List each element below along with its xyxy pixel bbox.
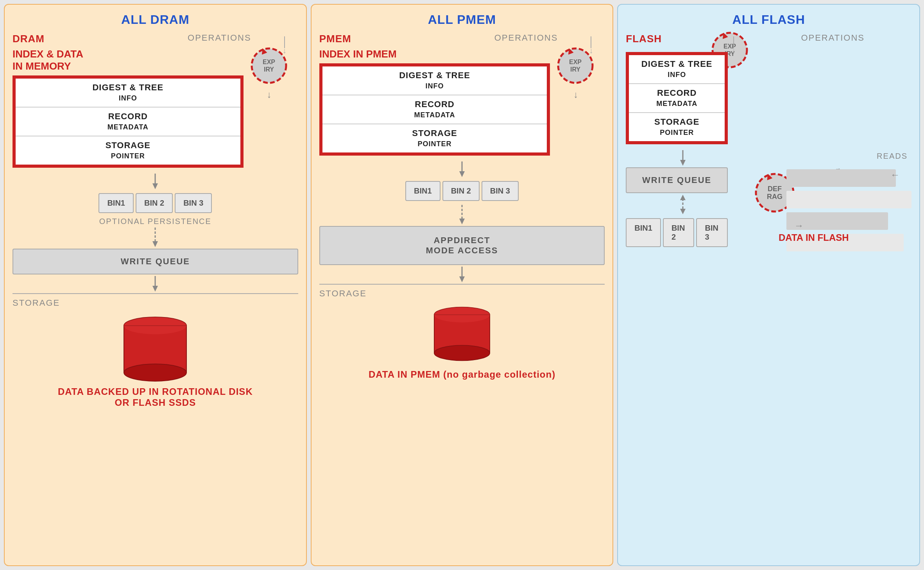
panel-pmem: ALL PMEM PMEM OPERATIONS INDEX IN PMEM E… [311,4,614,566]
dram-write-queue: WRITE QUEUE [13,249,298,274]
dram-arrow-to-bins [13,174,298,189]
pmem-bins: BIN1 BIN 2 BIN 3 [319,181,605,201]
pmem-memory-type: PMEM [319,33,351,45]
pmem-record-row: RECORDMETADATA [322,95,547,124]
pmem-cylinder [319,303,605,365]
pmem-storage-label: STORAGE [319,289,367,298]
svg-text:DEF: DEF [768,185,782,193]
flash-dbl-arrow [626,195,740,214]
svg-marker-39 [680,160,686,166]
pmem-bin1: BIN1 [405,181,441,201]
flash-arrow-to-wq [626,150,740,166]
svg-text:RAG: RAG [767,193,783,201]
pmem-appdirect: APPDIRECTMODE ACCESS [319,226,605,265]
dram-bins: BIN1 BIN 2 BIN 3 [13,193,298,213]
flash-bin3: BIN 3 [696,218,728,247]
pmem-index-label: INDEX IN PMEM [319,48,397,60]
flash-title: ALL FLASH [626,13,911,27]
pmem-dashed-arrow [319,205,605,224]
flash-defrag-arrow: → [794,220,804,231]
flash-left-content: EXP IRY ↓ DIGEST & TREEINFO RECORDMETADA… [626,48,740,251]
flash-right-content: READS → DEF RAG [747,48,911,251]
flash-index-box: DIGEST & TREEINFO RECORDMETADATA STORAGE… [626,52,728,144]
pmem-storage-row: STORAGEPOINTER [322,124,547,152]
flash-top-section: EXP IRY ↓ DIGEST & TREEINFO RECORDMETADA… [626,48,911,251]
dram-storage-caption: DATA BACKED UP IN ROTATIONAL DISKOR FLAS… [13,386,298,408]
dram-memory-type: DRAM [13,33,45,45]
flash-data-caption: DATA IN FLASH [779,232,849,243]
svg-text:IRY: IRY [264,66,274,73]
flash-storage-row: STORAGEPOINTER [629,113,725,141]
dram-expiry-down-arrow: ↓ [267,89,272,100]
dram-index-box: DIGEST & TREEINFO RECORDMETADATA STORAGE… [13,75,244,168]
pmem-bin2: BIN 2 [442,181,480,201]
panel-dram: ALL DRAM DRAM OPERATIONS INDEX & DATAIN … [4,4,307,566]
pmem-ops-arrow: ↓ [589,36,593,55]
dram-storage-label: STORAGE [13,298,60,308]
dram-title: ALL DRAM [13,13,298,27]
dram-storage-section: STORAGE DATA BACKED UP IN ROTATIONAL DIS… [13,293,298,408]
dram-bin1: BIN1 [98,193,134,213]
dram-arrow-to-storage [13,276,298,292]
dram-cylinder [13,312,298,382]
flash-record-row: RECORDMETADATA [629,84,725,113]
dram-bin2: BIN 2 [136,193,173,213]
main-layout: ALL DRAM DRAM OPERATIONS INDEX & DATAIN … [0,0,924,570]
pmem-storage-caption: DATA IN PMEM (no garbage collection) [319,369,605,380]
svg-text:IRY: IRY [570,66,580,73]
svg-marker-25 [459,219,465,224]
flash-bin1: BIN1 [626,218,661,247]
dram-bin3: BIN 3 [175,193,212,213]
flash-memory-type: FLASH [626,33,662,45]
pmem-title: ALL PMEM [319,13,605,27]
flash-block-1 [786,169,896,187]
dram-operations: OPERATIONS [188,33,251,45]
dram-ops-arrow: ↓ [283,36,287,55]
dram-storage-row: STORAGEPOINTER [16,136,240,165]
svg-point-15 [124,317,186,334]
svg-marker-23 [459,171,465,177]
pmem-index-box: DIGEST & TREEINFO RECORDMETADATA STORAGE… [319,63,550,156]
panel-flash: ALL FLASH FLASH OPERATIONS EXP IRY [617,4,920,566]
flash-bin2: BIN 2 [663,218,695,247]
pmem-operations: OPERATIONS [494,33,558,45]
flash-ops-arrow: ↓ [732,36,736,55]
pmem-arrow-to-storage [319,267,605,282]
flash-reads-label: READS [877,152,908,161]
flash-bins: BIN1 BIN 2 BIN 3 [626,218,728,247]
svg-marker-9 [152,241,158,247]
flash-write-queue: WRITE QUEUE [626,167,728,193]
dram-record-row: RECORDMETADATA [16,108,240,136]
svg-text:EXP: EXP [263,59,275,65]
svg-marker-42 [680,209,686,214]
svg-marker-27 [459,276,465,282]
pmem-arrow-to-bins [319,161,605,177]
svg-point-31 [434,307,490,323]
dram-digest-row: DIGEST & TREEINFO [16,79,240,108]
pmem-digest-row: DIGEST & TREEINFO [322,66,547,95]
flash-operations: OPERATIONS [801,33,865,45]
pmem-expiry-down-arrow: ↓ [573,89,578,100]
svg-text:EXP: EXP [569,59,582,65]
pmem-bin3: BIN 3 [482,181,519,201]
svg-point-14 [124,364,186,381]
flash-blocks-back-arrow: ← [890,169,900,180]
dram-index-label: INDEX & DATAIN MEMORY [13,48,83,72]
flash-digest-row: DIGEST & TREEINFO [629,55,725,84]
pmem-storage-section: STORAGE DATA IN PMEM (no garbage collect… [319,284,605,380]
svg-point-30 [434,346,490,361]
dram-optional-label: OPTIONAL PERSISTENCE [13,217,298,226]
flash-block-2 [786,191,911,208]
svg-marker-11 [152,286,158,292]
dram-dashed-arrow [13,228,298,247]
svg-marker-7 [152,183,158,189]
